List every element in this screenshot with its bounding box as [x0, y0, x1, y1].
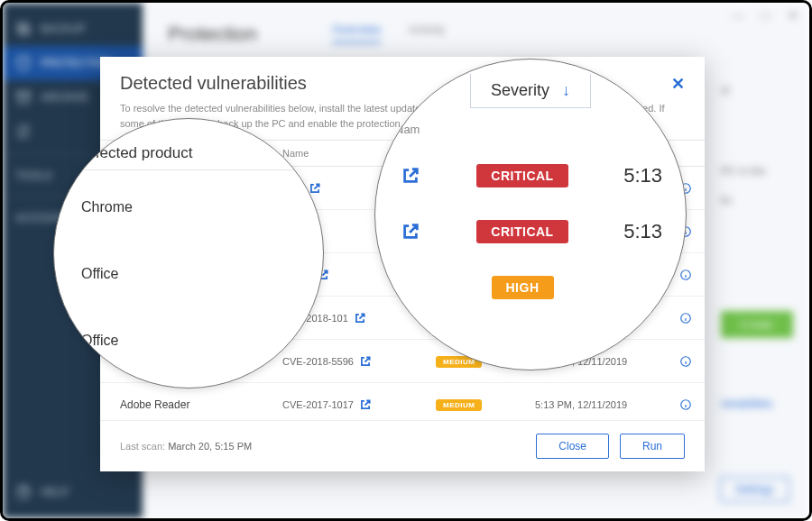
lens-row: CRITICAL5:13	[392, 204, 669, 260]
hint-text: ul	[721, 84, 793, 96]
cell-cve[interactable]: CVE-2018-5596	[282, 355, 436, 368]
external-link-icon[interactable]	[401, 222, 455, 242]
severity-sort-header[interactable]: Severity ↓	[470, 74, 591, 108]
last-scan: Last scan: March 20, 5:15 PM	[120, 441, 252, 452]
scan-button[interactable]: k scan	[721, 311, 793, 338]
sidebar-item-label: BACKUP	[41, 23, 85, 35]
run-button[interactable]: Run	[620, 434, 685, 459]
vulnerabilities-link[interactable]: nerabilities	[721, 398, 793, 410]
cell-cve[interactable]: CVE-2017-1017	[282, 398, 436, 411]
sidebar-item-label: TOOLS	[15, 169, 51, 182]
modal-footer: Last scan: March 20, 5:15 PM Close Run	[100, 420, 705, 471]
sidebar-item-backup[interactable]: BACKUP	[3, 12, 143, 46]
sync-icon	[15, 123, 32, 140]
window-controls: — □ ✕	[732, 8, 798, 23]
lens-severity: CRITICAL	[455, 164, 590, 187]
cell-severity: MEDIUM	[436, 398, 535, 411]
lens-time: 5:13	[590, 164, 662, 187]
info-icon[interactable]	[679, 355, 705, 368]
sort-arrow-icon: ↓	[562, 81, 570, 100]
cell-detected: 5:13 PM, 12/11/2019	[535, 399, 679, 410]
info-icon[interactable]	[679, 398, 705, 411]
lens-header: Affected product	[81, 144, 296, 170]
shield-icon	[15, 55, 32, 71]
magnifier-severity: Severity ↓ Nam CRITICAL5:13CRITICAL5:13H…	[374, 59, 687, 370]
external-link-icon[interactable]	[401, 166, 455, 186]
tab-overview[interactable]: Overview	[332, 23, 381, 43]
hint-text: ks	[721, 194, 793, 206]
settings-button[interactable]: Settings	[720, 477, 789, 502]
page-title: Protection	[143, 3, 809, 46]
close-icon[interactable]: ✕	[671, 74, 685, 94]
hint-text: PC in the	[721, 165, 793, 178]
sidebar-item-label: HELP	[41, 486, 69, 498]
lens-time: 5:13	[590, 220, 662, 243]
archive-icon	[15, 89, 32, 105]
right-panel: ul PC in the ks k scan nerabilities	[721, 84, 793, 410]
external-link-icon[interactable]	[359, 398, 372, 411]
info-icon[interactable]	[679, 269, 705, 281]
svg-rect-3	[19, 96, 29, 103]
lens-severity: CRITICAL	[455, 220, 590, 243]
magnifier-affected-product: Affected product Chrome Office Office	[53, 118, 324, 388]
table-row[interactable]: Adobe ReaderCVE-2017-1017MEDIUM5:13 PM, …	[100, 383, 705, 420]
help-icon	[15, 484, 32, 500]
copy-icon	[15, 21, 32, 37]
tab-activity[interactable]: Activity	[408, 23, 445, 43]
close-window-button[interactable]: ✕	[788, 8, 798, 23]
lens-row: CRITICAL5:13	[392, 148, 669, 204]
lens-severity: HIGH	[455, 276, 590, 299]
cell-product: Adobe Reader	[120, 398, 282, 411]
close-button[interactable]: Close	[536, 434, 609, 459]
lens-item: Office	[81, 307, 296, 374]
sidebar-item-help[interactable]: HELP	[3, 475, 143, 509]
last-scan-value: March 20, 5:15 PM	[168, 441, 252, 452]
tabs: Overview Activity	[332, 23, 445, 43]
lens-item: Chrome	[81, 174, 296, 241]
info-icon[interactable]	[679, 312, 705, 324]
last-scan-label: Last scan:	[120, 441, 165, 452]
svg-rect-0	[18, 23, 26, 32]
svg-rect-1	[21, 26, 29, 34]
lens-item: Office	[81, 241, 296, 307]
external-link-icon[interactable]	[359, 355, 372, 368]
external-link-icon[interactable]	[309, 182, 321, 195]
severity-sort-label: Severity	[491, 81, 549, 100]
minimize-button[interactable]: —	[732, 8, 744, 23]
modal-title: Detected vulnerabilities	[120, 73, 307, 94]
external-link-icon[interactable]	[354, 312, 366, 324]
lens-row: HIGH	[392, 260, 669, 315]
maximize-button[interactable]: □	[762, 8, 770, 23]
sidebar-item-label: ARCHIVE	[41, 91, 88, 104]
